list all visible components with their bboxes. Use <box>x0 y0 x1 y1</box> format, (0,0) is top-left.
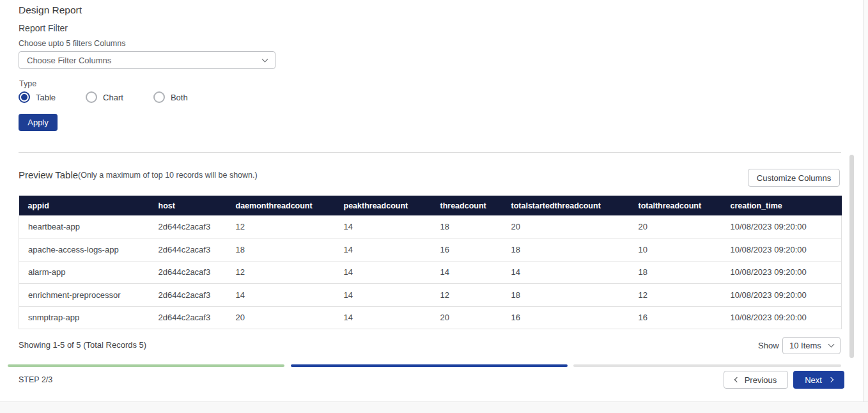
next-button-label: Next <box>805 375 822 385</box>
table-cell: 2d644c2acaf3 <box>150 306 227 329</box>
table-cell: 14 <box>335 238 431 261</box>
chevron-left-icon <box>734 377 739 382</box>
step-indicator: STEP 2/3 <box>19 375 52 384</box>
table-cell: 12 <box>630 284 722 307</box>
table-cell: 14 <box>335 261 431 284</box>
radio-button-icon[interactable] <box>86 91 97 103</box>
table-cell: 16 <box>502 306 630 329</box>
table-cell: 2d644c2acaf3 <box>150 238 227 261</box>
table-cell: 18 <box>431 215 502 238</box>
step-segment-current <box>291 364 568 367</box>
bottom-divider-strip <box>0 401 868 413</box>
radio-option-label: Chart <box>103 93 123 102</box>
chevron-down-icon <box>262 56 268 62</box>
table-cell: apache-access-logs-app <box>19 238 150 261</box>
table-cell: alarm-app <box>19 261 150 284</box>
table-cell: 18 <box>502 238 630 261</box>
type-label: Type <box>19 79 36 88</box>
table-cell: 18 <box>227 238 335 261</box>
table-cell: 14 <box>431 261 502 284</box>
table-cell: 20 <box>431 306 502 329</box>
table-cell: 16 <box>630 306 722 329</box>
table-cell: 10/08/2023 09:20:00 <box>722 261 842 284</box>
column-header: totalstartedthreadcount <box>502 196 630 215</box>
design-report-page: Design Report Report Filter Choose upto … <box>0 0 868 413</box>
table-cell: 16 <box>431 238 502 261</box>
column-header: appid <box>19 196 150 215</box>
column-header: daemonthreadcount <box>227 196 335 215</box>
chevron-right-icon <box>828 377 833 382</box>
step-segment-upcoming <box>573 364 841 367</box>
choose-filters-label: Choose upto 5 filters Columns <box>19 39 125 48</box>
table-row: alarm-app2d644c2acaf3121414141810/08/202… <box>19 261 842 284</box>
page-size-value: 10 Items <box>789 341 821 350</box>
table-cell: 14 <box>227 284 335 307</box>
table-row: apache-access-logs-app2d644c2acaf3181416… <box>19 238 842 261</box>
table-cell: 14 <box>335 306 431 329</box>
table-cell: 18 <box>502 284 630 307</box>
table-cell: 18 <box>630 261 722 284</box>
preview-table: appidhostdaemonthreadcountpeakthreadcoun… <box>19 196 842 329</box>
column-header: creation_time <box>722 196 842 215</box>
table-row: enrichment-preprocessor2d644c2acaf314141… <box>19 284 842 307</box>
table-cell: 2d644c2acaf3 <box>150 261 227 284</box>
next-button[interactable]: Next <box>793 371 844 389</box>
table-cell: enrichment-preprocessor <box>19 284 150 307</box>
table-cell: 12 <box>227 261 335 284</box>
showing-records-text: Showing 1-5 of 5 (Total Records 5) <box>19 340 146 350</box>
table-cell: 10/08/2023 09:20:00 <box>722 238 842 261</box>
page-scrollbar-track[interactable] <box>863 0 868 413</box>
apply-button[interactable]: Apply <box>19 114 58 131</box>
table-cell: 20 <box>227 306 335 329</box>
previous-button-label: Previous <box>745 375 777 385</box>
type-radio-both[interactable]: Both <box>153 91 188 103</box>
table-cell: heartbeat-app <box>19 215 150 238</box>
report-filter-heading: Report Filter <box>19 23 68 33</box>
filter-columns-dropdown[interactable]: Choose Filter Columns <box>19 51 275 69</box>
filter-columns-placeholder: Choose Filter Columns <box>27 56 263 65</box>
table-cell: 12 <box>431 284 502 307</box>
preview-table-note: (Only a maximum of top 10 records will b… <box>78 171 258 180</box>
type-radio-chart[interactable]: Chart <box>86 91 123 103</box>
step-segment-complete <box>8 364 284 367</box>
table-row: snmptrap-app2d644c2acaf3201420161610/08/… <box>19 306 842 329</box>
previous-button[interactable]: Previous <box>724 371 788 389</box>
chevron-down-icon <box>828 341 835 348</box>
table-cell: 20 <box>502 215 630 238</box>
column-header: host <box>150 196 227 215</box>
type-radio-table[interactable]: Table <box>19 91 56 103</box>
table-cell: 14 <box>335 215 431 238</box>
radio-option-label: Both <box>171 93 188 102</box>
table-cell: 20 <box>630 215 722 238</box>
table-cell: 14 <box>502 261 630 284</box>
page-size-select[interactable]: 10 Items <box>782 337 841 354</box>
page-title: Design Report <box>19 4 82 16</box>
inner-scrollbar-thumb[interactable] <box>849 155 854 358</box>
column-header: peakthreadcount <box>335 196 431 215</box>
table-cell: 10 <box>630 238 722 261</box>
column-header: totalthreadcount <box>630 196 722 215</box>
table-body: heartbeat-app2d644c2acaf3121418202010/08… <box>19 215 842 329</box>
table-row: heartbeat-app2d644c2acaf3121418202010/08… <box>19 215 842 238</box>
section-divider <box>19 152 841 153</box>
preview-table-heading: Preview Table <box>19 169 78 180</box>
show-label: Show <box>758 341 779 350</box>
table-cell: snmptrap-app <box>19 306 150 329</box>
table-cell: 2d644c2acaf3 <box>150 215 227 238</box>
table-cell: 10/08/2023 09:20:00 <box>722 284 842 307</box>
table-cell: 2d644c2acaf3 <box>150 284 227 307</box>
radio-button-icon[interactable] <box>19 91 30 103</box>
customize-columns-button[interactable]: Customize Columns <box>748 169 840 187</box>
type-radio-group: TableChartBoth <box>19 91 188 104</box>
table-cell: 10/08/2023 09:20:00 <box>722 215 842 238</box>
radio-button-icon[interactable] <box>153 91 165 103</box>
column-header: threadcount <box>431 196 502 215</box>
table-cell: 10/08/2023 09:20:00 <box>722 306 842 329</box>
table-header-row: appidhostdaemonthreadcountpeakthreadcoun… <box>19 196 842 215</box>
table-cell: 12 <box>227 215 335 238</box>
table-cell: 14 <box>335 284 431 307</box>
radio-option-label: Table <box>36 93 56 102</box>
